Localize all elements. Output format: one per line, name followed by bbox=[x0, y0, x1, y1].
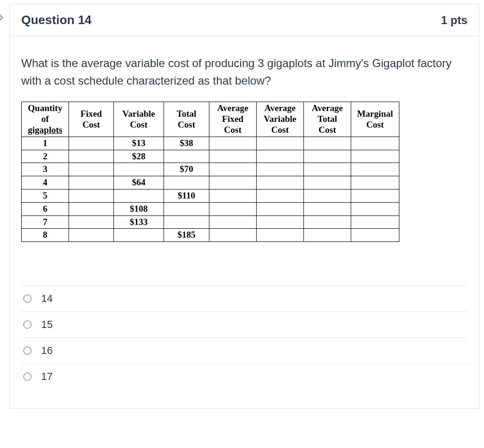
cell-fixed bbox=[69, 176, 114, 190]
nav-chevron-icon[interactable] bbox=[0, 12, 5, 23]
cell-avc bbox=[257, 176, 304, 190]
cell-fixed bbox=[69, 150, 114, 163]
cell-avc bbox=[257, 189, 304, 202]
cell-var bbox=[114, 189, 164, 202]
cell-qty: 4 bbox=[22, 176, 69, 190]
header-marginal-cost: Marginal Cost bbox=[351, 102, 399, 137]
cell-atc bbox=[304, 215, 351, 229]
cell-var: $133 bbox=[114, 215, 164, 229]
cell-qty: 5 bbox=[22, 189, 69, 202]
radio-button[interactable] bbox=[23, 346, 32, 355]
question-points: 1 pts bbox=[441, 14, 467, 27]
cell-afc bbox=[209, 202, 257, 215]
cell-qty: 1 bbox=[22, 137, 69, 150]
table-row: 1$13$38 bbox=[22, 137, 399, 150]
cell-afc bbox=[209, 137, 257, 150]
cell-mc bbox=[351, 202, 399, 215]
table-row: 3$70 bbox=[22, 163, 399, 176]
cell-var bbox=[114, 229, 164, 242]
cell-fixed bbox=[69, 163, 114, 176]
cell-afc bbox=[209, 176, 257, 190]
cell-mc bbox=[351, 215, 399, 229]
cell-fixed bbox=[69, 189, 114, 202]
cell-mc bbox=[351, 176, 399, 190]
cell-atc bbox=[304, 229, 351, 242]
cell-avc bbox=[257, 163, 304, 176]
cell-mc bbox=[351, 137, 399, 150]
cell-atc bbox=[304, 137, 351, 150]
cell-qty: 7 bbox=[22, 215, 69, 229]
question-text: What is the average variable cost of pro… bbox=[21, 54, 467, 89]
radio-button[interactable] bbox=[23, 320, 32, 329]
cell-total bbox=[164, 150, 209, 163]
answer-option[interactable]: 14 bbox=[21, 285, 467, 312]
cell-avc bbox=[257, 215, 304, 229]
cell-total bbox=[164, 176, 209, 190]
cell-mc bbox=[351, 163, 399, 176]
cell-qty: 8 bbox=[22, 229, 69, 242]
cell-avc bbox=[257, 137, 304, 150]
cell-afc bbox=[209, 189, 257, 202]
answer-option[interactable]: 16 bbox=[21, 338, 467, 364]
cell-atc bbox=[304, 150, 351, 163]
cell-atc bbox=[304, 176, 351, 190]
header-variable-cost: Variable Cost bbox=[114, 102, 164, 137]
cell-fixed bbox=[69, 215, 114, 229]
answer-label: 17 bbox=[41, 370, 52, 383]
table-row: 4$64 bbox=[22, 176, 399, 190]
header-quantity: Quantity of gigaplots bbox=[22, 102, 69, 137]
cell-var bbox=[114, 163, 164, 176]
cell-fixed bbox=[69, 202, 114, 215]
cell-var: $13 bbox=[114, 137, 164, 150]
cell-var: $108 bbox=[114, 202, 164, 215]
question-header: Question 14 1 pts bbox=[10, 4, 479, 36]
table-row: 2$28 bbox=[22, 150, 399, 163]
cell-fixed bbox=[69, 229, 114, 242]
cell-total: $70 bbox=[164, 163, 209, 176]
cell-atc bbox=[304, 163, 351, 176]
table-row: 8$185 bbox=[22, 229, 399, 242]
answer-options: 14151617 bbox=[21, 285, 467, 389]
header-total-cost: Total Cost bbox=[164, 102, 209, 137]
table-row: 5$110 bbox=[22, 189, 399, 202]
header-avg-total-cost: Average Total Cost bbox=[304, 102, 351, 137]
cell-qty: 3 bbox=[22, 163, 69, 176]
table-row: 7$133 bbox=[22, 215, 399, 229]
cell-avc bbox=[257, 202, 304, 215]
answer-label: 14 bbox=[41, 293, 52, 305]
cell-var: $28 bbox=[114, 150, 164, 163]
cell-afc bbox=[209, 215, 257, 229]
answer-option[interactable]: 15 bbox=[21, 312, 467, 338]
radio-button[interactable] bbox=[23, 294, 32, 303]
cell-avc bbox=[257, 229, 304, 242]
cell-atc bbox=[304, 202, 351, 215]
cell-mc bbox=[351, 229, 399, 242]
cost-schedule-table: Quantity of gigaplots Fixed Cost Variabl… bbox=[21, 102, 399, 242]
cell-total: $38 bbox=[164, 137, 209, 150]
cell-total bbox=[164, 215, 209, 229]
cell-afc bbox=[209, 150, 257, 163]
cell-var: $64 bbox=[114, 176, 164, 190]
cell-total: $110 bbox=[164, 189, 209, 202]
cell-mc bbox=[351, 150, 399, 163]
cell-total: $185 bbox=[164, 229, 209, 242]
question-title: Question 14 bbox=[21, 13, 92, 27]
header-fixed-cost: Fixed Cost bbox=[69, 102, 114, 137]
cell-afc bbox=[209, 229, 257, 242]
cell-atc bbox=[304, 189, 351, 202]
cell-qty: 6 bbox=[22, 202, 69, 215]
cell-afc bbox=[209, 163, 257, 176]
answer-label: 16 bbox=[41, 345, 52, 357]
question-card: Question 14 1 pts What is the average va… bbox=[9, 4, 479, 409]
cell-avc bbox=[257, 150, 304, 163]
question-body: What is the average variable cost of pro… bbox=[10, 36, 479, 408]
cell-qty: 2 bbox=[22, 150, 69, 163]
radio-button[interactable] bbox=[23, 372, 32, 381]
cell-mc bbox=[351, 189, 399, 202]
header-avg-variable-cost: Average Variable Cost bbox=[257, 102, 304, 137]
answer-option[interactable]: 17 bbox=[21, 364, 467, 389]
answer-label: 15 bbox=[41, 319, 52, 331]
header-avg-fixed-cost: Average Fixed Cost bbox=[209, 102, 257, 137]
table-row: 6$108 bbox=[22, 202, 399, 215]
cell-total bbox=[164, 202, 209, 215]
